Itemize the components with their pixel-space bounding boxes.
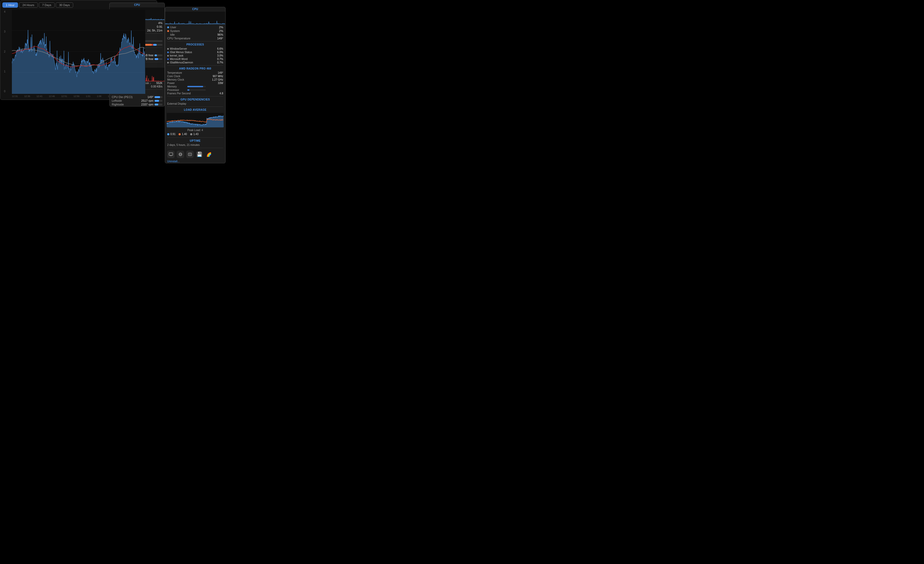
legend-1m-value: 0.91 bbox=[170, 133, 176, 135]
sensor1-row: CPU Die (PECI) 149° bbox=[110, 95, 165, 99]
gpu-temp-label: Temperature bbox=[167, 71, 207, 74]
proc-icon-2 bbox=[167, 55, 169, 57]
proc-name-0: WindowServer bbox=[167, 47, 187, 50]
right-idle-row: Idle 96% bbox=[165, 33, 225, 36]
gpu-proc-bar bbox=[187, 89, 206, 91]
proc-row-0: WindowServer 6.6% bbox=[165, 47, 225, 51]
right-user-value: 2% bbox=[219, 26, 223, 29]
x-label-2: 12:41 bbox=[36, 95, 42, 98]
right-cpu-panel: CPU User 2% System 2% Idle 96% CPU Tempe… bbox=[165, 7, 226, 163]
sensor1-value: 149° bbox=[147, 95, 153, 99]
gpu-mem-label: Memory bbox=[167, 85, 186, 88]
tab-1hour[interactable]: 1 Hour bbox=[2, 2, 18, 8]
uptime-section-title: UPTIME bbox=[165, 139, 225, 143]
load-avg-legend: 0.91 1.40 1.43 bbox=[165, 132, 225, 136]
right-user-label: User bbox=[170, 26, 176, 29]
cpu-value: 4% bbox=[158, 21, 162, 25]
gpu-mem-bar bbox=[187, 86, 206, 87]
svg-rect-6 bbox=[188, 153, 192, 156]
fps-value: 4.8 bbox=[207, 92, 223, 95]
footer-icon-2[interactable] bbox=[177, 150, 184, 158]
gpu-deps-value: External Display bbox=[167, 102, 186, 105]
system-dot bbox=[167, 30, 169, 32]
uninstall-row: Uninstall... bbox=[165, 159, 225, 163]
fps-row: Frames Per Second 4.8 bbox=[165, 92, 225, 95]
gpu-deps-section-title: GPU DEPENDENCIES bbox=[165, 98, 225, 102]
fps-label: Frames Per Second bbox=[167, 92, 207, 95]
proc-icon-3 bbox=[167, 59, 169, 60]
power-row: Power 33W bbox=[165, 81, 225, 85]
x-label-6: 1:01 bbox=[86, 95, 91, 98]
proc-icon-1 bbox=[167, 51, 169, 53]
footer-icon-5[interactable]: 🌈 bbox=[205, 150, 213, 158]
sensor2-bar-fill bbox=[154, 100, 159, 102]
gpu-temp-row: Temperature 149° bbox=[165, 71, 225, 75]
disk2-bar bbox=[154, 58, 162, 60]
proc-name-3: Microsoft Word bbox=[167, 58, 188, 60]
uptime-value-row: 2 days, 5 hours, 21 minutes bbox=[165, 143, 225, 147]
sensor2-label: Leftside bbox=[112, 99, 141, 102]
gpu-deps-row: External Display bbox=[165, 102, 225, 105]
y-label-3: 3 bbox=[4, 30, 6, 33]
footer-icon-4[interactable]: 💾 bbox=[196, 150, 203, 158]
proc-name-4: iStatMenusDaemon bbox=[167, 61, 193, 64]
legend-1m: 0.91 bbox=[167, 133, 176, 135]
footer-icon-3[interactable] bbox=[186, 150, 194, 158]
sensor3-row: Rightside 2337 rpm bbox=[110, 102, 165, 106]
x-label-0: 12:31 bbox=[12, 95, 18, 98]
peak-load-label: Peak Load: 4 bbox=[165, 128, 225, 132]
left-panel-title: CPU bbox=[110, 3, 165, 8]
processes-section-title: PROCESSES bbox=[165, 42, 225, 47]
tab-30days[interactable]: 30 Days bbox=[56, 2, 73, 8]
proc-val-4: 0.7% bbox=[217, 61, 223, 64]
mem-clock-value: 1.27 GHz bbox=[207, 78, 223, 81]
y-label-1: 1 bbox=[4, 70, 6, 73]
legend-1m-dot bbox=[167, 133, 170, 135]
gpu-proc-row: Processor bbox=[165, 88, 225, 92]
sensor1-bar bbox=[154, 96, 162, 98]
legend-15m: 1.43 bbox=[190, 133, 198, 135]
x-label-5: 12:56 bbox=[74, 95, 80, 98]
disk1-bar-fill bbox=[154, 54, 157, 56]
uninstall-label[interactable]: Uninstall... bbox=[167, 160, 180, 163]
right-system-label-wrap: System bbox=[167, 29, 180, 33]
gpu-proc-bar-fill bbox=[187, 89, 189, 91]
right-idle-value: 96% bbox=[218, 33, 223, 36]
y-axis-labels: 4 3 2 1 0 bbox=[4, 9, 6, 94]
core-clock-label: Core Clock bbox=[167, 75, 207, 78]
gpu-mem-bar-fill bbox=[187, 86, 203, 87]
tab-24hours[interactable]: 24 Hours bbox=[19, 2, 38, 8]
proc-name-1: iStat Menus Status bbox=[167, 51, 192, 54]
gpu-temp-value: 149° bbox=[207, 71, 223, 74]
core-clock-value: 907 MHz bbox=[207, 75, 223, 78]
load-avg-section-title: LOAD AVERAGE bbox=[165, 108, 225, 112]
main-chart bbox=[12, 9, 145, 94]
legend-5m-dot bbox=[178, 133, 181, 135]
gpu-mem-row: Memory bbox=[165, 85, 225, 88]
proc-row-4: iStatMenusDaemon 0.7% bbox=[165, 61, 225, 64]
proc-val-0: 6.6% bbox=[217, 47, 223, 50]
tab-7days[interactable]: 7 Days bbox=[39, 2, 55, 8]
y-label-0: 0 bbox=[4, 90, 6, 93]
uptime-full-value: 2 days, 5 hours, 21 minutes bbox=[167, 143, 200, 146]
right-user-label-wrap: User bbox=[167, 26, 176, 29]
power-label: Power bbox=[167, 82, 207, 84]
svg-point-7 bbox=[189, 154, 190, 155]
bottom-panel: 1 Hour 24 Hours 7 Days 30 Days 4 3 2 1 0… bbox=[0, 0, 157, 100]
load-avg-mini-graph bbox=[166, 113, 224, 127]
proc-name-2: kernel_task bbox=[167, 54, 183, 57]
sensor1-label: CPU Die (PECI) bbox=[112, 95, 147, 99]
footer-icon-1[interactable] bbox=[167, 150, 175, 158]
x-label-4: 12:51 bbox=[61, 95, 68, 98]
footer-icons: 💾 🌈 bbox=[165, 149, 225, 159]
sensor3-value: 2337 rpm bbox=[141, 103, 153, 106]
x-label-7: 1:06 bbox=[97, 95, 102, 98]
cpu-temp-row: CPU Temperature 149° bbox=[165, 36, 225, 40]
gpu-proc-label: Processor bbox=[167, 89, 186, 92]
right-system-value: 2% bbox=[219, 29, 223, 33]
core-clock-row: Core Clock 907 MHz bbox=[165, 75, 225, 78]
memory-bar-blue bbox=[153, 44, 157, 46]
y-label-2: 2 bbox=[4, 50, 6, 53]
right-cpu-mini-graph bbox=[165, 12, 225, 24]
disk2-bar-fill bbox=[154, 58, 158, 60]
